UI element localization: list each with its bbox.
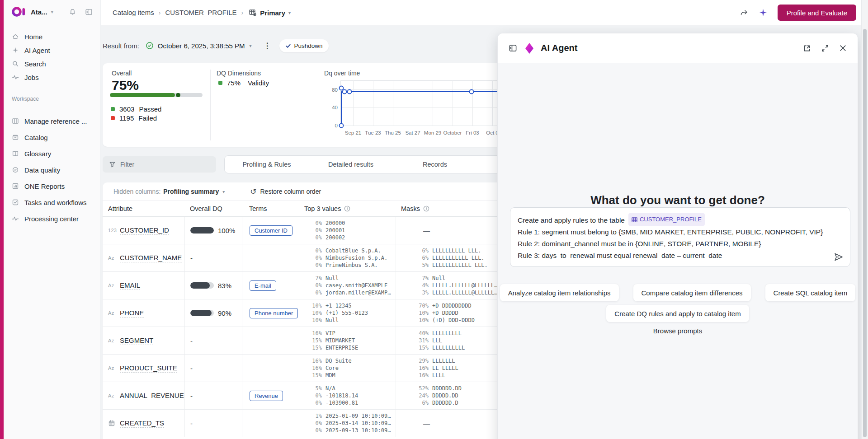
app-screen: Ata... ▾ Home AI Agent Search: [0, 0, 868, 439]
y-tick: 0: [335, 123, 338, 128]
info-icon[interactable]: [344, 205, 350, 212]
sidebar-item-jobs[interactable]: Jobs: [4, 70, 100, 84]
tab-profiling-rules[interactable]: Profiling & Rules: [225, 161, 309, 168]
sidebar-item-label: Jobs: [24, 74, 39, 81]
suggestion-create-dq-rules[interactable]: Create DQ rules and apply to catalog ite…: [606, 305, 749, 322]
catalog-item-chip[interactable]: CUSTOMER_PROFILE: [628, 213, 705, 226]
text-type-icon: Az: [108, 393, 120, 398]
ai-heading: What do you want to get done?: [498, 193, 858, 207]
hidden-columns-value[interactable]: Profiling summary: [163, 188, 219, 195]
seal-check-icon: [12, 166, 19, 173]
attribute-name[interactable]: EMAIL: [120, 281, 140, 290]
column-header-overall-dq[interactable]: Overall DQ: [184, 205, 242, 212]
column-header-top3[interactable]: Top 3 values: [299, 205, 396, 212]
prompt-input[interactable]: Create and apply rules to the tableCUSTO…: [510, 207, 850, 267]
pushdown-badge[interactable]: Pushdown: [279, 39, 329, 52]
result-bar: Result from: October 6, 2025, 3:38:55 PM…: [103, 39, 329, 52]
overall-title: Overall: [112, 70, 132, 77]
breadcrumb-catalog-items[interactable]: Catalog items: [113, 9, 154, 17]
pushdown-label: Pushdown: [294, 42, 323, 49]
prompt-rule-3: Rule 3: days_to_renewal must equal renew…: [518, 250, 843, 262]
ai-sparkle-icon[interactable]: [759, 8, 768, 17]
sparkle-icon: [12, 47, 19, 54]
sidebar: Ata... ▾ Home AI Agent Search: [4, 0, 100, 439]
restore-column-order-button[interactable]: ↺ Restore column order: [250, 187, 321, 196]
search-icon: [12, 60, 19, 67]
suggestion-create-sql[interactable]: Create SQL catalog item: [765, 284, 856, 301]
sidebar-item-catalog[interactable]: Catalog: [4, 129, 100, 145]
attribute-name[interactable]: CUSTOMER_ID: [120, 226, 169, 235]
term-chip[interactable]: Revenue: [250, 391, 283, 401]
view-selector[interactable]: Primary ▾: [249, 9, 291, 17]
chevron-down-icon[interactable]: ▾: [249, 43, 251, 48]
info-icon[interactable]: [423, 205, 429, 212]
suggestion-analyze-relationships[interactable]: Analyze catalog item relationships: [500, 284, 619, 301]
ataccama-logo[interactable]: [12, 6, 26, 17]
sidebar-item-ai-agent[interactable]: AI Agent: [4, 43, 100, 57]
sidebar-item-glossary[interactable]: Glossary: [4, 145, 100, 162]
sidebar-item-one-reports[interactable]: ONE Reports: [4, 178, 100, 194]
sidebar-item-manage-reference[interactable]: Manage reference ...: [4, 113, 100, 129]
calendar-icon: [108, 420, 120, 427]
attribute-name[interactable]: SEGMENT: [120, 336, 153, 345]
sidebar-item-label: AI Agent: [24, 47, 50, 54]
share-icon[interactable]: [740, 8, 749, 17]
sidebar-item-data-quality[interactable]: Data quality: [4, 162, 100, 178]
term-chip[interactable]: E-mail: [250, 280, 276, 291]
text-type-icon: Az: [108, 255, 120, 261]
sidebar-item-home[interactable]: Home: [4, 30, 100, 43]
dock-panel-icon[interactable]: [509, 44, 517, 52]
topbar: Catalog items › CUSTOMER_PROFILE › Prima…: [101, 0, 868, 25]
chevron-down-icon[interactable]: ▾: [222, 189, 225, 194]
close-icon[interactable]: [839, 44, 847, 52]
attribute-name[interactable]: ANNUAL_REVENUE: [120, 392, 184, 400]
term-chip[interactable]: Phone number: [250, 308, 298, 318]
tab-records[interactable]: Records: [393, 161, 477, 168]
x-tick: Sat 27: [405, 130, 420, 135]
attribute-name[interactable]: CUSTOMER_NAME: [120, 254, 182, 262]
browse-prompts-link[interactable]: Browse prompts: [498, 327, 858, 335]
columns-icon: [12, 117, 19, 125]
text-type-icon: Az: [108, 310, 120, 316]
breadcrumb-customer-profile[interactable]: CUSTOMER_PROFILE: [165, 9, 236, 17]
send-icon[interactable]: [834, 252, 844, 262]
attribute-name[interactable]: CREATED_TS: [120, 419, 164, 428]
page-scrollbar[interactable]: [861, 0, 868, 439]
attribute-name[interactable]: PHONE: [120, 309, 144, 318]
validity-pct: 75%: [227, 79, 241, 87]
sidebar-item-processing-center[interactable]: Processing center: [4, 210, 100, 227]
tab-detailed-results[interactable]: Detailed results: [309, 161, 393, 168]
scrollbar-thumb[interactable]: [863, 29, 867, 437]
expand-icon[interactable]: [821, 44, 829, 52]
attribute-name[interactable]: PRODUCT_SUITE: [120, 364, 177, 373]
bell-icon[interactable]: [66, 6, 78, 18]
kebab-menu-icon[interactable]: ⋮: [264, 41, 271, 51]
column-header-terms[interactable]: Terms: [242, 205, 299, 212]
result-from-label: Result from:: [103, 42, 139, 50]
validity-legend: 75% Validity: [218, 79, 269, 87]
pulse-icon: [12, 74, 19, 81]
dq-bar: [190, 310, 214, 316]
validity-color-swatch: [218, 81, 222, 85]
sidebar-item-tasks-workflows[interactable]: Tasks and workflows: [4, 194, 100, 210]
masks-empty: —: [423, 227, 430, 234]
collapse-sidebar-icon[interactable]: [83, 6, 94, 18]
profile-and-evaluate-button[interactable]: Profile and Evaluate: [778, 5, 856, 21]
chevron-down-icon[interactable]: ▾: [51, 9, 53, 14]
sidebar-item-search[interactable]: Search: [4, 57, 100, 70]
funnel-icon: [109, 161, 116, 168]
sidebar-section-label: Workspace: [4, 84, 100, 107]
pulse-icon: [12, 215, 19, 222]
open-in-new-icon[interactable]: [803, 44, 811, 52]
overall-dq-progressbar: [110, 93, 203, 97]
dq-bar: [190, 227, 214, 234]
org-name[interactable]: Ata...: [31, 8, 47, 16]
term-chip[interactable]: Customer ID: [250, 225, 292, 236]
ai-panel-header: AI Agent: [498, 33, 858, 63]
suggestion-compare-differences[interactable]: Compare catalog item differences: [633, 284, 751, 301]
dq-empty: -: [190, 364, 193, 372]
table-gear-icon: [249, 9, 257, 17]
column-header-attribute[interactable]: Attribute: [103, 205, 184, 212]
result-date[interactable]: October 6, 2025, 3:38:55 PM: [158, 42, 245, 50]
filter-button[interactable]: Filter: [103, 156, 216, 173]
